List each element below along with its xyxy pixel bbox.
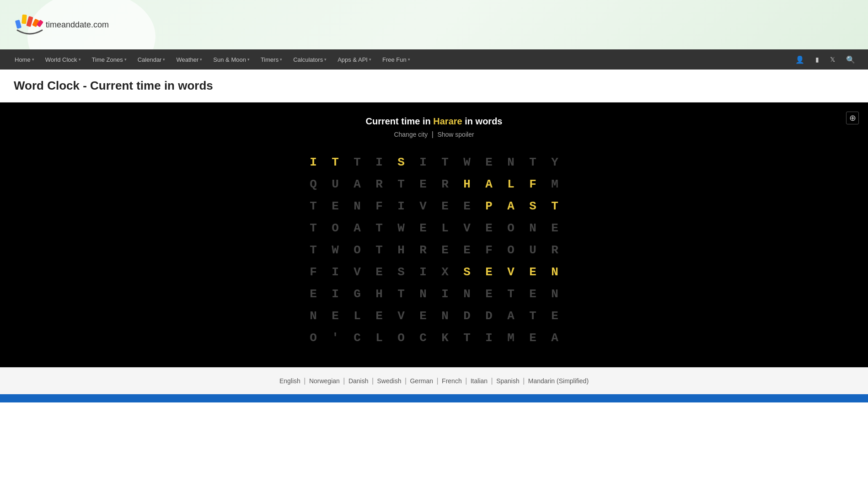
letter-5-0: F — [302, 261, 324, 283]
letter-5-4: S — [390, 261, 412, 283]
letter-4-2: O — [346, 239, 368, 261]
controls-separator: | — [432, 130, 434, 138]
lang-sep-2: | — [370, 377, 375, 385]
letter-8-5: C — [412, 327, 434, 349]
letter-5-11: N — [544, 261, 566, 283]
letter-1-0: Q — [302, 173, 324, 195]
word-row-4: TWOTHREEFOUR — [302, 239, 566, 261]
lang-sep-3: | — [402, 377, 408, 385]
nav-item-world-clock[interactable]: World Clock ▾ — [40, 49, 86, 70]
svg-rect-1 — [21, 15, 27, 24]
letter-0-6: T — [434, 151, 456, 173]
letter-6-8: E — [478, 283, 500, 305]
letter-3-2: A — [346, 217, 368, 239]
lang-sep-1: | — [341, 377, 347, 385]
lang-link-spanish[interactable]: Spanish — [496, 377, 520, 385]
nav-item-weather[interactable]: Weather ▾ — [171, 49, 208, 70]
lang-link-norwegian[interactable]: Norwegian — [309, 377, 340, 385]
nav-item-home[interactable]: Home ▾ — [9, 49, 40, 70]
letter-1-2: A — [346, 173, 368, 195]
lang-sep-5: | — [463, 377, 469, 385]
letter-0-8: E — [478, 151, 500, 173]
word-row-5: FIVESIXSEVEN — [302, 261, 566, 283]
nav-item-time-zones[interactable]: Time Zones ▾ — [86, 49, 132, 70]
nav-item-sun-moon[interactable]: Sun & Moon ▾ — [208, 49, 255, 70]
letter-0-2: T — [346, 151, 368, 173]
nav-item-apps-api[interactable]: Apps & API ▾ — [332, 49, 377, 70]
nav-item-timers[interactable]: Timers ▾ — [255, 49, 288, 70]
letter-1-10: F — [522, 173, 544, 195]
nav-item-calendar[interactable]: Calendar ▾ — [132, 49, 171, 70]
letter-8-11: A — [544, 327, 566, 349]
word-row-7: NELEVENDDATE — [302, 305, 566, 327]
page-title: Word Clock - Current time in words — [14, 79, 854, 93]
letter-7-4: V — [390, 305, 412, 327]
letter-2-2: N — [346, 195, 368, 217]
calculators-arrow: ▾ — [324, 57, 327, 62]
letter-7-6: N — [434, 305, 456, 327]
wc-heading: Current time in Harare in words — [9, 116, 859, 127]
letter-1-8: A — [478, 173, 500, 195]
letter-8-1: ' — [324, 327, 346, 349]
word-row-2: TENFIVEEPAST — [302, 195, 566, 217]
lang-link-danish[interactable]: Danish — [348, 377, 369, 385]
letter-6-9: T — [500, 283, 522, 305]
letter-0-3: I — [368, 151, 390, 173]
letter-5-3: E — [368, 261, 390, 283]
nav-item-calculators[interactable]: Calculators ▾ — [288, 49, 332, 70]
weather-arrow: ▾ — [200, 57, 202, 62]
letter-3-11: E — [544, 217, 566, 239]
lang-link-mandarin[interactable]: Mandarin (Simplified) — [528, 377, 589, 385]
page-title-bar: Word Clock - Current time in words — [0, 70, 868, 102]
letter-1-9: L — [500, 173, 522, 195]
letter-7-8: D — [478, 305, 500, 327]
lang-link-french[interactable]: French — [442, 377, 462, 385]
letter-2-7: E — [456, 195, 478, 217]
letter-8-8: I — [478, 327, 500, 349]
twitter-icon[interactable]: 𝕏 — [826, 56, 839, 63]
lang-sep-7: | — [521, 377, 527, 385]
letter-0-9: N — [500, 151, 522, 173]
letter-2-10: S — [522, 195, 544, 217]
letter-2-3: F — [368, 195, 390, 217]
logo[interactable]: timeanddate.com — [14, 11, 109, 38]
letter-2-9: A — [500, 195, 522, 217]
account-icon[interactable]: 👤 — [792, 55, 808, 64]
language-bar: English | Norwegian | Danish | Swedish |… — [0, 367, 868, 394]
lang-link-german[interactable]: German — [410, 377, 433, 385]
letter-0-1: T — [324, 151, 346, 173]
letter-6-6: I — [434, 283, 456, 305]
letter-5-1: I — [324, 261, 346, 283]
change-city-link[interactable]: Change city — [394, 131, 428, 138]
show-spoiler-link[interactable]: Show spoiler — [437, 131, 474, 138]
letter-4-4: H — [390, 239, 412, 261]
lang-link-english[interactable]: English — [279, 377, 300, 385]
nav-items: Home ▾ World Clock ▾ Time Zones ▾ Calend… — [9, 49, 792, 70]
letter-2-1: E — [324, 195, 346, 217]
facebook-icon[interactable]: ▮ — [812, 56, 823, 63]
letter-3-8: E — [478, 217, 500, 239]
letter-4-10: U — [522, 239, 544, 261]
letter-4-3: T — [368, 239, 390, 261]
zoom-button[interactable]: ⊕ — [846, 112, 859, 124]
letter-5-7: S — [456, 261, 478, 283]
letter-5-10: E — [522, 261, 544, 283]
lang-link-swedish[interactable]: Swedish — [377, 377, 402, 385]
nav-item-free-fun[interactable]: Free Fun ▾ — [377, 49, 416, 70]
letter-5-5: I — [412, 261, 434, 283]
letter-4-9: O — [500, 239, 522, 261]
letter-3-3: T — [368, 217, 390, 239]
letter-5-6: X — [434, 261, 456, 283]
letter-2-8: P — [478, 195, 500, 217]
letter-3-4: W — [390, 217, 412, 239]
lang-link-italian[interactable]: Italian — [471, 377, 488, 385]
letter-7-0: N — [302, 305, 324, 327]
nav-right: 👤 ▮ 𝕏 🔍 — [792, 55, 859, 64]
wc-city: Harare — [433, 116, 462, 126]
letter-8-9: M — [500, 327, 522, 349]
word-clock-area: ⊕ Current time in Harare in words Change… — [0, 102, 868, 367]
letter-4-1: W — [324, 239, 346, 261]
lang-sep-0: | — [302, 377, 308, 385]
letter-1-4: T — [390, 173, 412, 195]
search-icon[interactable]: 🔍 — [842, 55, 859, 64]
